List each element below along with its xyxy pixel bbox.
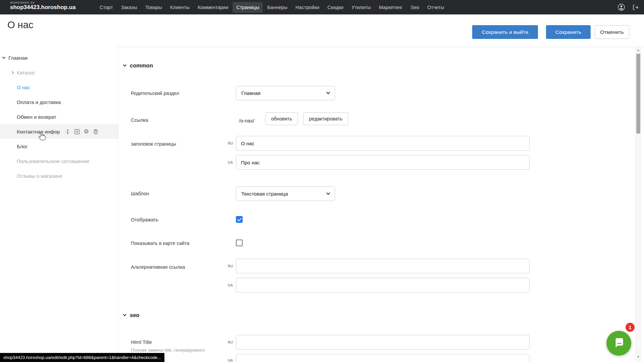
chat-bubble-icon — [612, 336, 626, 351]
move-icon[interactable] — [64, 128, 71, 135]
nav-item-comments[interactable]: Комментарии — [194, 2, 232, 13]
brand-domain: shop34423.horoshop.ua — [10, 4, 76, 10]
sidebar-item-label: Отзывы о магазине — [17, 173, 62, 179]
display-checkbox[interactable] — [236, 216, 243, 223]
sidebar-item-katalog[interactable]: Каталог — [0, 65, 118, 80]
alt-link-label: Альтернативная ссылка — [131, 264, 185, 270]
brand[interactable]: HOROSHOP V4 shop34423.horoshop.ua — [10, 1, 76, 10]
sidebar-item-label: Контактная инфор — [17, 129, 60, 135]
nav-item-seo[interactable]: Seo — [407, 2, 423, 13]
save-and-exit-button[interactable]: Сохранить и выйти — [472, 25, 538, 39]
page-title-ua-input[interactable] — [236, 155, 530, 170]
scrollbar-down-arrow[interactable]: ▼ — [635, 355, 641, 359]
sidebar-divider — [118, 47, 118, 362]
nav-item-reports[interactable]: Отчеты — [424, 2, 448, 13]
sidebar-item-label: Пользовательское соглашение — [17, 158, 89, 164]
link-value: /o-nas/ — [239, 118, 254, 123]
sidebar-item-o-nas[interactable]: О нас — [0, 80, 118, 95]
template-label: Шаблон — [131, 191, 149, 196]
header-divider — [118, 47, 644, 47]
sidebar-item-label: Каталог — [17, 70, 35, 75]
sitemap-checkbox[interactable] — [236, 240, 243, 246]
lang-tag-ru: RU — [226, 141, 233, 145]
section-label: common — [130, 62, 153, 69]
main-menu: Старт Заказы Товары Клиенты Комментарии … — [96, 0, 448, 14]
nav-item-utilities[interactable]: Утилиты — [348, 2, 375, 13]
navbar-right — [617, 0, 639, 14]
row-action-icons: ⚙ — [64, 128, 99, 135]
section-seo[interactable]: seo — [123, 312, 139, 318]
chat-unread-badge: 1 — [626, 323, 635, 332]
select-value: Главная — [241, 90, 260, 96]
lang-tag-ua: UA — [226, 283, 233, 287]
sidebar-item-otzyvy[interactable]: Отзывы о магазине — [0, 168, 118, 183]
link-label: Ссылка — [131, 117, 148, 123]
section-label: seo — [130, 312, 139, 318]
nav-item-discounts[interactable]: Скидки — [324, 2, 347, 13]
sidebar-item-label: О нас — [17, 85, 30, 90]
sidebar-item-oplata[interactable]: Оплата и доставка — [0, 95, 118, 109]
status-url-bar: shop34423.horoshop.ua/edit/edit.php?id=6… — [0, 353, 164, 362]
select-value: Текстовая страница — [241, 191, 288, 197]
trash-icon[interactable] — [93, 128, 99, 135]
sidebar-item-obmen[interactable]: Обмен и возврат — [0, 109, 118, 124]
chevron-right-icon — [11, 71, 14, 74]
nav-item-settings[interactable]: Настройки — [292, 2, 323, 13]
nav-item-products[interactable]: Товары — [142, 2, 166, 13]
sidebar-item-soglashenie[interactable]: Пользовательское соглашение — [0, 154, 118, 168]
scrollbar-thumb[interactable] — [636, 54, 640, 134]
link-refresh-button[interactable]: обновить — [265, 112, 298, 125]
nav-item-clients[interactable]: Клиенты — [166, 2, 193, 13]
html-title-ru-input[interactable] — [236, 335, 530, 350]
page-title: О нас — [7, 19, 33, 31]
sidebar-item-label: Обмен и возврат — [17, 114, 56, 120]
nav-item-marketing[interactable]: Маркетинг — [375, 2, 406, 13]
parent-section-select[interactable]: Главная — [236, 86, 335, 100]
add-icon[interactable] — [74, 128, 80, 135]
section-common[interactable]: common — [123, 62, 153, 69]
display-label: Отображать — [131, 217, 158, 222]
sidebar-item-kontaktnaya[interactable]: Контактная инфор ⚙ — [0, 124, 118, 139]
alt-link-ru-input[interactable] — [236, 259, 530, 273]
nav-item-pages[interactable]: Страницы — [233, 2, 263, 13]
nav-item-orders[interactable]: Заказы — [117, 2, 141, 13]
cancel-button[interactable]: Отменить — [595, 25, 629, 39]
nav-item-banners[interactable]: Баннеры — [263, 2, 291, 13]
nav-item-start[interactable]: Старт — [96, 2, 116, 13]
html-title-ua-input[interactable] — [236, 354, 530, 362]
sidebar-item-blog[interactable]: Блог — [0, 139, 118, 154]
sidebar-item-label: Блог — [17, 144, 28, 149]
html-title-hint: Полная замена title, генерируемого — [131, 348, 205, 353]
chevron-down-icon — [123, 63, 127, 67]
chat-button[interactable] — [606, 331, 631, 356]
lang-tag-ua: UA — [226, 160, 233, 164]
scrollbar-up-arrow[interactable]: ▲ — [635, 48, 641, 52]
gear-icon[interactable]: ⚙ — [83, 128, 90, 135]
lang-tag-ua: UA — [226, 358, 233, 362]
html-title-label: Html Title — [131, 339, 152, 345]
save-button[interactable]: Сохранить — [546, 25, 591, 39]
chevron-down-icon — [2, 55, 6, 59]
page-title-ru-input[interactable] — [236, 136, 530, 151]
template-select[interactable]: Текстовая страница — [236, 187, 335, 201]
sitemap-label: Показывать в карте сайта — [131, 241, 189, 246]
lang-tag-ru: RU — [226, 340, 233, 344]
sidebar-item-label: Оплата и доставка — [17, 99, 61, 105]
account-icon[interactable] — [617, 3, 625, 11]
chevron-down-icon — [326, 90, 330, 94]
parent-section-label: Родительский раздел — [131, 91, 179, 96]
lang-tag-ru: RU — [226, 264, 233, 268]
link-edit-button[interactable]: редактировать — [303, 112, 348, 125]
chevron-down-icon — [326, 191, 330, 195]
logout-icon[interactable] — [632, 4, 639, 11]
top-navbar: HOROSHOP V4 shop34423.horoshop.ua Старт … — [0, 0, 644, 14]
page-title-field-label: заголовок страницы — [131, 141, 176, 147]
sidebar-item-glavnaya[interactable]: Главная — [0, 50, 118, 65]
chevron-down-icon — [123, 313, 127, 316]
alt-link-ua-input[interactable] — [236, 278, 530, 293]
sidebar-item-label: Главная — [8, 55, 28, 61]
